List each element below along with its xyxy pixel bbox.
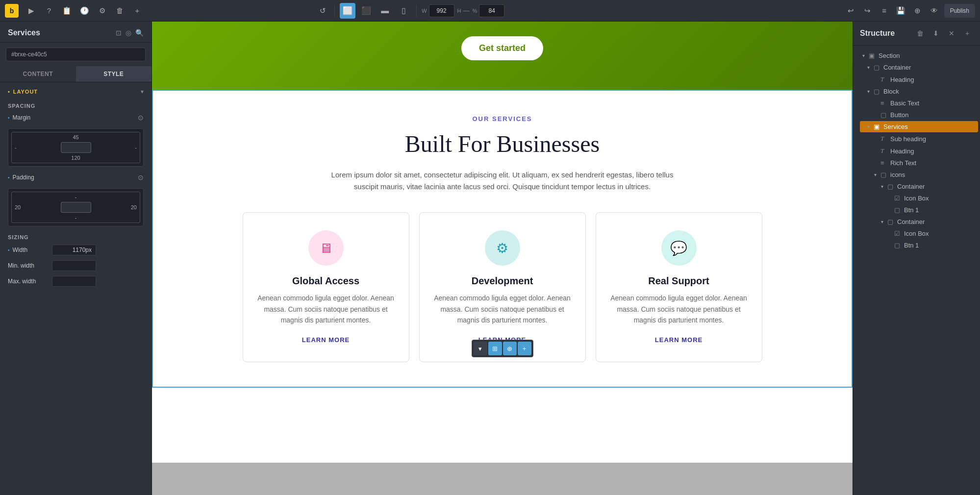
service-card-global[interactable]: 🖥 Global Access Aenean commodo ligula eg… bbox=[243, 212, 409, 362]
rp-icon-add[interactable]: + bbox=[961, 27, 973, 39]
add-icon[interactable]: + bbox=[130, 4, 144, 18]
services-heading: Built For Businesses bbox=[173, 130, 832, 157]
tree-item-basic-text[interactable]: ≡ Basic Text bbox=[867, 98, 978, 109]
padding-sync-icon[interactable]: ⊙ bbox=[138, 173, 144, 181]
trash-icon[interactable]: 🗑 bbox=[113, 4, 126, 18]
canvas-overlay-toolbar: ▾ ⊞ ⊕ + bbox=[472, 340, 533, 357]
tab-style[interactable]: STYLE bbox=[76, 66, 152, 82]
canvas-btn-grid[interactable]: ⊞ bbox=[488, 342, 502, 355]
card-text-support: Aenean commodo ligula egget dolor. Aenea… bbox=[610, 293, 748, 325]
templates-icon[interactable]: 📋 bbox=[60, 4, 74, 18]
tree-item-heading2[interactable]: T Heading bbox=[867, 145, 978, 157]
tree-item-rich-text[interactable]: ≡ Rich Text bbox=[867, 157, 978, 169]
canvas-btn-chevron[interactable]: ▾ bbox=[474, 342, 487, 355]
tree-item-button[interactable]: ▢ Button bbox=[867, 109, 978, 121]
left-panel-title: Services bbox=[8, 28, 40, 37]
tree-item-container3[interactable]: ▾ ▢ Container bbox=[874, 216, 978, 227]
tree-item-btn2[interactable]: ▢ Btn 1 bbox=[880, 240, 978, 251]
layout-icon[interactable]: ≡ bbox=[878, 4, 891, 18]
wordpress-icon[interactable]: ⊕ bbox=[911, 4, 925, 18]
redo-icon[interactable]: ↪ bbox=[861, 4, 875, 18]
undo-icon[interactable]: ↩ bbox=[844, 4, 858, 18]
width-group: W bbox=[422, 4, 454, 17]
device-mobile-btn[interactable]: ▯ bbox=[396, 3, 411, 19]
publish-button[interactable]: Publish bbox=[944, 4, 975, 18]
height-group: H — bbox=[457, 7, 470, 14]
tree-icon-btn2: ▢ bbox=[894, 242, 902, 249]
settings-icon[interactable]: ⚙ bbox=[95, 4, 109, 18]
width-sizing-input[interactable] bbox=[52, 245, 96, 255]
tree-icon-button: ▢ bbox=[880, 111, 888, 119]
preview-icon[interactable]: 👁 bbox=[928, 4, 941, 18]
select-tool-icon[interactable]: ▶ bbox=[25, 4, 38, 18]
tree-item-block[interactable]: ▾ ▢ Block bbox=[860, 86, 978, 97]
rp-icon-delete[interactable]: ✕ bbox=[946, 27, 957, 39]
tree-icon-block: ▢ bbox=[874, 88, 881, 95]
tree-label-button: Button bbox=[890, 111, 909, 119]
margin-right-val: - bbox=[135, 145, 137, 150]
tree-label-container: Container bbox=[883, 64, 911, 71]
panel-search-icon[interactable]: 🔍 bbox=[135, 29, 144, 37]
layout-section-header[interactable]: LAYOUT ▾ bbox=[0, 82, 151, 99]
tree-arrow-container: ▾ bbox=[865, 65, 872, 70]
device-desktop-btn[interactable]: ⬜ bbox=[340, 3, 355, 19]
max-width-label: Max. width bbox=[8, 278, 47, 285]
help-icon[interactable]: ? bbox=[42, 4, 56, 18]
tree-item-heading[interactable]: T Heading bbox=[867, 74, 978, 85]
zoom-input[interactable] bbox=[479, 4, 504, 17]
services-description: Lorem ipsum dolor sit amet, consectetur … bbox=[321, 169, 684, 193]
tree-label-container3: Container bbox=[897, 218, 925, 225]
device-tablet-landscape-btn[interactable]: ⬛ bbox=[358, 3, 374, 19]
rp-icon-download[interactable]: ⬇ bbox=[930, 27, 942, 39]
canvas-btn-add[interactable]: + bbox=[518, 342, 531, 355]
tree-item-section[interactable]: ▾ ▣ Section bbox=[855, 50, 978, 61]
get-started-button[interactable]: Get started bbox=[461, 36, 543, 60]
device-tablet-btn[interactable]: ▬ bbox=[377, 3, 393, 19]
margin-sync-icon[interactable]: ⊙ bbox=[138, 114, 144, 122]
min-width-input[interactable] bbox=[52, 260, 96, 271]
panel-icon-1[interactable]: ⊡ bbox=[116, 29, 122, 37]
save-icon[interactable]: 💾 bbox=[894, 4, 908, 18]
app-logo: b bbox=[5, 4, 19, 18]
panel-icon-2[interactable]: ◎ bbox=[126, 29, 131, 37]
padding-left-val: 20 bbox=[15, 204, 21, 210]
tree-item-icons[interactable]: ▾ ▢ icons bbox=[867, 169, 978, 180]
element-id-display: #brxe-ce40c5 bbox=[6, 48, 146, 61]
tree-item-subheading[interactable]: T Sub heading bbox=[867, 133, 978, 145]
tree-item-icon-box1[interactable]: ☑ Icon Box bbox=[880, 193, 978, 204]
service-card-support[interactable]: 💬 Real Support Aenean commodo ligula egg… bbox=[596, 212, 762, 362]
canvas-btn-move[interactable]: ⊕ bbox=[503, 342, 517, 355]
tree-label-subheading: Sub heading bbox=[890, 135, 926, 143]
tree-label-heading: Heading bbox=[890, 76, 914, 83]
padding-outer: - - 20 20 bbox=[11, 192, 140, 223]
margin-bottom-val: 120 bbox=[71, 155, 80, 161]
rp-icon-trash[interactable]: 🗑 bbox=[914, 27, 926, 39]
right-panel-icons: 🗑 ⬇ ✕ + bbox=[914, 27, 973, 39]
tab-content[interactable]: CONTENT bbox=[0, 66, 76, 82]
canvas-content: Get started OUR SERVICES Built For Busin… bbox=[152, 22, 853, 495]
right-panel: Structure 🗑 ⬇ ✕ + ▾ ▣ Section ▾ ▢ Contai… bbox=[853, 22, 980, 495]
tree-item-btn1[interactable]: ▢ Btn 1 bbox=[880, 204, 978, 216]
hero-section: Get started bbox=[152, 22, 853, 90]
tree-label-rich-text: Rich Text bbox=[890, 159, 916, 167]
tree-label-heading2: Heading bbox=[890, 148, 914, 155]
services-section[interactable]: OUR SERVICES Built For Businesses Lorem … bbox=[152, 90, 853, 388]
card-link-global[interactable]: LEARN MORE bbox=[302, 336, 350, 344]
history-icon[interactable]: 🕐 bbox=[77, 4, 91, 18]
width-input[interactable] bbox=[429, 4, 454, 17]
card-title-support: Real Support bbox=[610, 275, 748, 287]
tree-item-container2[interactable]: ▾ ▢ Container bbox=[874, 181, 978, 192]
tree-arrow-section: ▾ bbox=[860, 53, 867, 58]
refresh-icon[interactable]: ↺ bbox=[316, 4, 329, 18]
padding-right-val: 20 bbox=[131, 204, 137, 210]
tree-item-icon-box2[interactable]: ☑ Icon Box bbox=[880, 228, 978, 239]
card-link-support[interactable]: LEARN MORE bbox=[655, 336, 703, 344]
sizing-section-title: SIZING bbox=[0, 230, 151, 242]
tree-item-services[interactable]: ▾ ▣ Services bbox=[860, 121, 978, 132]
tree-item-container[interactable]: ▾ ▢ Container bbox=[860, 62, 978, 73]
max-width-input[interactable] bbox=[52, 276, 96, 287]
tab-row: CONTENT STYLE bbox=[0, 66, 151, 82]
padding-top-val: - bbox=[75, 194, 77, 200]
tree-arrow-services: ▾ bbox=[865, 124, 872, 129]
tree-arrow-container2: ▾ bbox=[879, 184, 885, 189]
